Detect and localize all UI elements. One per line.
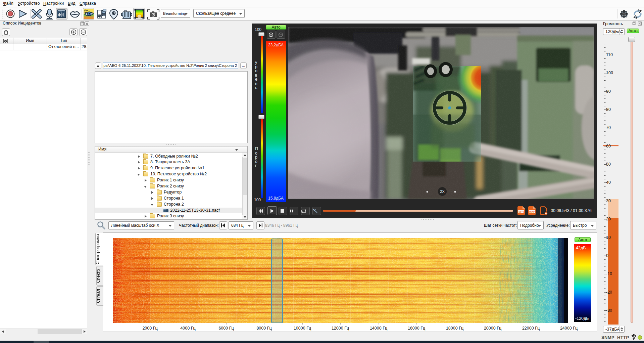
svg-text:2X: 2X [440,189,445,194]
svg-text:WAV: WAV [529,210,535,213]
svg-text:MP4: MP4 [518,210,524,213]
